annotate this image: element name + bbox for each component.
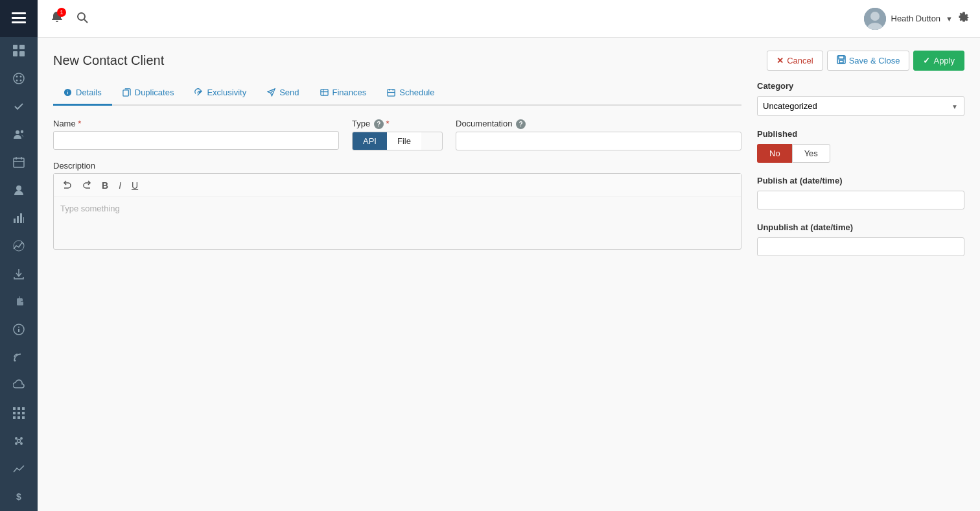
cancel-button[interactable]: ✕ Cancel <box>767 51 822 71</box>
notification-badge: 1 <box>57 8 66 17</box>
tab-send[interactable]: Send <box>257 81 309 106</box>
sidebar-item-check[interactable] <box>0 93 38 121</box>
name-input[interactable] <box>53 131 339 150</box>
svg-rect-21 <box>20 213 22 223</box>
sidebar-item-trends[interactable] <box>0 455 38 483</box>
sidebar-item-reports[interactable] <box>0 204 38 232</box>
svg-rect-50 <box>123 90 128 96</box>
save-close-button[interactable]: Save & Close <box>827 51 910 71</box>
svg-point-37 <box>15 437 18 440</box>
sidebar-item-users[interactable] <box>0 121 38 149</box>
svg-rect-25 <box>18 329 19 332</box>
svg-point-18 <box>16 185 21 191</box>
name-required: * <box>78 119 81 128</box>
tab-duplicates[interactable]: Duplicates <box>112 81 185 106</box>
sidebar-item-finance[interactable]: $ <box>0 483 38 511</box>
sidebar-item-calendar[interactable] <box>0 149 38 176</box>
search-button[interactable] <box>74 9 91 29</box>
svg-point-41 <box>18 440 21 443</box>
svg-rect-30 <box>22 407 25 410</box>
sidebar-logo[interactable] <box>0 0 38 37</box>
name-label: Name * <box>53 119 339 128</box>
type-field-group: Type ? * API File <box>352 119 443 150</box>
svg-line-43 <box>84 19 88 23</box>
svg-point-8 <box>16 76 18 78</box>
avatar <box>864 8 886 30</box>
svg-point-26 <box>18 327 19 328</box>
editor-toolbar: B I U <box>54 174 741 197</box>
user-dropdown-button[interactable]: ▼ <box>946 15 953 23</box>
svg-point-27 <box>14 360 16 362</box>
svg-rect-3 <box>13 45 18 49</box>
name-field-group: Name * <box>53 119 339 150</box>
svg-point-23 <box>14 241 24 251</box>
undo-button[interactable] <box>59 178 76 193</box>
svg-point-10 <box>16 80 18 82</box>
documentation-input[interactable] <box>456 132 741 150</box>
topbar-left: 1 <box>48 8 856 29</box>
user-name: Heath Dutton <box>891 14 941 23</box>
save-icon <box>837 55 846 66</box>
svg-rect-49 <box>839 60 843 63</box>
svg-rect-19 <box>14 219 16 223</box>
tab-details[interactable]: Details <box>53 81 112 106</box>
page-header: New Contact Client ✕ Cancel Save & Close… <box>53 51 964 71</box>
published-yes-button[interactable]: Yes <box>792 144 830 163</box>
settings-button[interactable] <box>958 12 970 26</box>
sidebar-item-plugins[interactable] <box>0 288 38 316</box>
svg-point-13 <box>21 130 23 133</box>
sidebar-item-person[interactable] <box>0 176 38 204</box>
italic-button[interactable]: I <box>115 178 125 193</box>
sidebar-item-dashboard[interactable] <box>0 37 38 65</box>
svg-rect-31 <box>13 412 16 414</box>
svg-rect-32 <box>18 412 20 414</box>
notification-button[interactable]: 1 <box>48 8 66 29</box>
unpublish-at-input[interactable] <box>757 237 964 256</box>
category-select[interactable]: Uncategorized <box>757 96 964 116</box>
topbar-right: Heath Dutton ▼ <box>864 8 970 30</box>
type-api-button[interactable]: API <box>353 132 387 150</box>
sidebar-item-theme[interactable] <box>0 427 38 455</box>
sidebar-item-info[interactable] <box>0 316 38 344</box>
published-no-button[interactable]: No <box>757 144 792 163</box>
svg-rect-2 <box>12 21 26 23</box>
svg-point-42 <box>78 13 85 20</box>
check-icon: ✓ <box>923 56 930 65</box>
sidebar-item-cloud[interactable] <box>0 372 38 399</box>
sidebar-item-grid2[interactable] <box>0 399 38 427</box>
sidebar-item-analytics[interactable] <box>0 232 38 260</box>
header-actions: ✕ Cancel Save & Close ✓ Apply <box>767 51 964 71</box>
svg-point-7 <box>14 73 24 84</box>
tab-finances[interactable]: Finances <box>310 81 377 106</box>
apply-button[interactable]: ✓ Apply <box>913 51 964 71</box>
svg-point-40 <box>20 442 23 445</box>
tabs: Details Duplicates Exclusivity Send <box>53 81 741 106</box>
type-file-button[interactable]: File <box>387 132 421 150</box>
underline-button[interactable]: U <box>128 178 142 193</box>
svg-line-51 <box>271 91 274 93</box>
page-title: New Contact Client <box>53 53 164 68</box>
sidebar-item-palette[interactable] <box>0 65 38 93</box>
bold-button[interactable]: B <box>98 178 112 193</box>
documentation-label: Documentation ? <box>456 119 741 129</box>
tab-schedule[interactable]: Schedule <box>377 81 445 106</box>
sidebar-item-rss[interactable] <box>0 344 38 372</box>
form-row-top: Name * Type ? * <box>53 119 741 150</box>
publish-at-input[interactable] <box>757 191 964 209</box>
unpublish-at-section: Unpublish at (date/time) <box>757 222 964 256</box>
redo-button[interactable] <box>78 178 95 193</box>
svg-rect-48 <box>839 56 844 59</box>
svg-rect-22 <box>23 217 24 223</box>
category-section: Category Uncategorized <box>757 81 964 116</box>
type-toggle: API File <box>352 132 443 150</box>
svg-rect-35 <box>18 416 20 419</box>
type-info-icon: ? <box>374 119 384 129</box>
sidebar-item-download[interactable] <box>0 260 38 288</box>
form-main: Details Duplicates Exclusivity Send <box>53 81 741 269</box>
svg-rect-0 <box>12 12 26 14</box>
editor-body[interactable]: Type something <box>54 197 741 249</box>
svg-rect-36 <box>22 416 25 419</box>
svg-point-12 <box>16 130 19 134</box>
form-sidebar-panel: Category Uncategorized Published No Yes <box>757 81 964 269</box>
tab-exclusivity[interactable]: Exclusivity <box>184 81 257 106</box>
